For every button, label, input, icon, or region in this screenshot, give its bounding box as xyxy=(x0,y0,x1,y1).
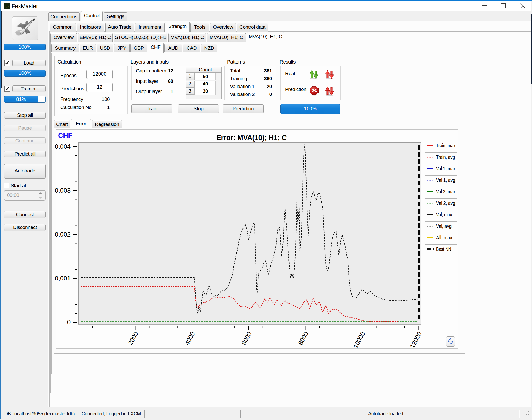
svg-text:Val 2, avg: Val 2, avg xyxy=(436,200,455,206)
svg-text:2000: 2000 xyxy=(127,331,140,346)
svg-text:6000: 6000 xyxy=(240,331,253,346)
svg-text:Val 1, max: Val 1, max xyxy=(436,165,456,171)
svg-text:8000: 8000 xyxy=(297,331,310,346)
svg-text:0: 0 xyxy=(67,319,71,326)
svg-text:Val 2, max: Val 2, max xyxy=(436,188,456,194)
svg-text:Val, avg: Val, avg xyxy=(436,223,452,229)
svg-text:Val, max: Val, max xyxy=(436,211,452,217)
svg-text:4000: 4000 xyxy=(183,331,196,346)
svg-text:Val 1, avg: Val 1, avg xyxy=(436,177,455,183)
svg-text:10000: 10000 xyxy=(352,331,366,349)
svg-text:Train, max: Train, max xyxy=(436,142,455,148)
svg-text:Train, avg: Train, avg xyxy=(436,154,455,160)
svg-text:0,002: 0,002 xyxy=(55,231,71,238)
svg-text:0,003: 0,003 xyxy=(55,187,71,194)
svg-text:Best NN: Best NN xyxy=(436,246,451,252)
svg-text:0,001: 0,001 xyxy=(55,275,71,282)
svg-text:12000: 12000 xyxy=(409,331,423,349)
svg-text:0,004: 0,004 xyxy=(55,143,71,150)
svg-text:All, max: All, max xyxy=(436,234,452,240)
